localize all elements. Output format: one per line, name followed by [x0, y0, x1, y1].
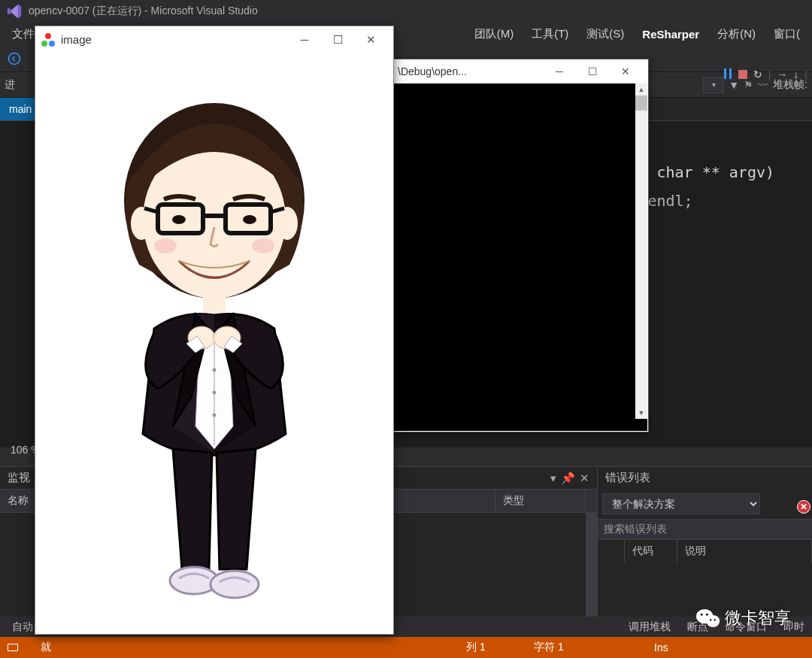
error-badge-icon[interactable]: ✕ — [797, 500, 810, 514]
console-body[interactable]: ▲ ▼ — [392, 83, 647, 431]
watch-panel-title: 监视 — [8, 471, 30, 485]
status-ready: 就 — [41, 641, 86, 654]
col-code[interactable]: 代码 — [625, 540, 677, 562]
svg-point-8 — [252, 238, 274, 253]
error-panel-title: 错误列表 — [605, 471, 650, 485]
scrollbar[interactable] — [586, 513, 597, 617]
maximize-button[interactable]: ☐ — [576, 60, 609, 83]
svg-point-30 — [714, 619, 717, 621]
opencv-icon — [41, 33, 55, 47]
status-bar: 就 列 1 字符 1 Ins — [0, 637, 812, 658]
svg-rect-1 — [724, 68, 726, 79]
debug-controls: ↻ | → ↓ | — [719, 63, 812, 86]
error-search[interactable]: 搜索错误列表 — [598, 519, 812, 539]
nav-back-button[interactable] — [5, 49, 24, 68]
step-into-button[interactable]: ↓ — [793, 68, 798, 80]
svg-point-26 — [701, 614, 703, 616]
image-title-bar[interactable]: image ─ ☐ ✕ — [35, 26, 393, 53]
status-ins: Ins — [654, 641, 804, 653]
tab-callstack[interactable]: 调用堆栈 — [621, 617, 678, 637]
console-scrollbar[interactable]: ▲ ▼ — [635, 83, 647, 419]
svg-rect-16 — [203, 295, 226, 314]
close-button[interactable]: ✕ — [609, 60, 642, 83]
console-window[interactable]: \Debug\open... ─ ☐ ✕ ▲ ▼ — [391, 59, 649, 432]
scroll-down-icon[interactable]: ▼ — [635, 407, 647, 419]
cartoon-avatar — [83, 73, 346, 614]
console-title-bar[interactable]: \Debug\open... ─ ☐ ✕ — [392, 59, 648, 83]
svg-point-0 — [9, 53, 20, 64]
svg-rect-2 — [729, 68, 732, 79]
svg-point-18 — [213, 368, 217, 371]
console-title: \Debug\open... — [398, 65, 467, 77]
process-label: 进 — [5, 78, 15, 92]
status-rect-icon — [8, 644, 18, 651]
maximize-button[interactable]: ☐ — [321, 29, 354, 51]
error-panel: 错误列表 整个解决方案 搜索错误列表 代码 说明 — [598, 466, 812, 617]
restart-button[interactable]: ↻ — [753, 68, 762, 80]
col-type[interactable]: 类型 — [495, 490, 586, 512]
svg-point-5 — [131, 207, 152, 240]
image-canvas — [35, 53, 393, 634]
col-desc[interactable]: 说明 — [677, 540, 812, 562]
stop-button[interactable] — [738, 70, 747, 79]
visual-studio-logo-icon — [6, 3, 23, 20]
scroll-up-icon[interactable]: ▲ — [635, 83, 647, 96]
svg-point-15 — [243, 215, 256, 224]
pin-icon[interactable]: 📌 — [561, 472, 575, 485]
minimize-button[interactable]: ─ — [543, 60, 576, 83]
close-button[interactable]: ✕ — [354, 29, 387, 51]
svg-point-29 — [710, 619, 712, 621]
wechat-icon — [696, 608, 720, 629]
svg-point-14 — [172, 215, 186, 224]
menu-resharper[interactable]: ReSharper — [633, 25, 708, 44]
watermark-text: 微卡智享 — [725, 607, 791, 629]
error-headers: 代码 说明 — [598, 539, 812, 562]
svg-point-7 — [154, 238, 177, 253]
menu-team[interactable]: 团队(M) — [465, 24, 523, 44]
watermark: 微卡智享 — [696, 607, 791, 629]
step-over-button[interactable]: → — [777, 68, 787, 80]
dropdown-icon[interactable]: ▾ — [550, 472, 556, 485]
svg-point-27 — [706, 614, 708, 616]
status-char: 字符 1 — [534, 641, 632, 654]
window-title: opencv-0007 (正在运行) - Microsoft Visual St… — [29, 5, 258, 18]
svg-point-19 — [213, 390, 217, 394]
minimize-button[interactable]: ─ — [288, 29, 321, 51]
svg-point-20 — [213, 413, 217, 417]
pause-button[interactable] — [723, 68, 732, 81]
menu-analyze[interactable]: 分析(N) — [708, 24, 765, 44]
status-col: 列 1 — [466, 641, 511, 654]
close-icon[interactable]: ✕ — [580, 472, 589, 485]
image-window[interactable]: image ─ ☐ ✕ — [35, 26, 394, 635]
menu-test[interactable]: 测试(S) — [577, 24, 633, 44]
svg-point-6 — [277, 207, 298, 240]
menu-tools[interactable]: 工具(T) — [523, 24, 577, 44]
svg-point-24 — [211, 571, 259, 598]
image-title: image — [61, 33, 92, 46]
menu-window[interactable]: 窗口( — [765, 24, 809, 44]
title-bar: opencv-0007 (正在运行) - Microsoft Visual St… — [0, 0, 812, 23]
error-scope-select[interactable]: 整个解决方案 — [602, 493, 760, 514]
